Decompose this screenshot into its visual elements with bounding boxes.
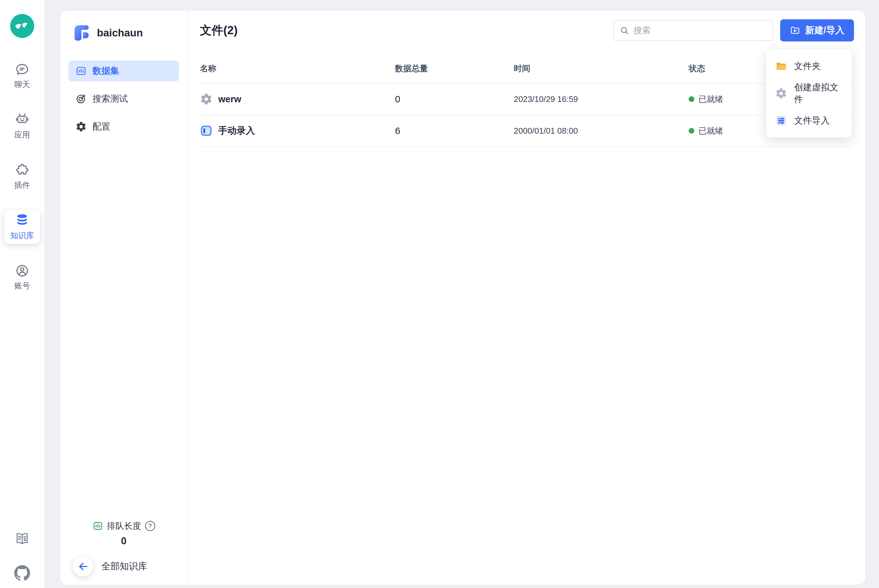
main-card: baichaun 数据集 搜索测试 [60, 10, 866, 585]
teal-bird-logo-icon [10, 14, 34, 38]
kb-menu-item-search-test[interactable]: 搜索测试 [68, 88, 179, 109]
virtual-file-gear-icon [775, 87, 787, 99]
gear-icon [75, 121, 87, 132]
dropdown-item-virtual-file[interactable]: 创建虚拟文件 [766, 80, 852, 107]
create-import-button[interactable]: 新建/导入 [780, 20, 854, 42]
content-area: 文件(2) 新建/导入 [188, 10, 865, 585]
kb-menu: 数据集 搜索测试 配置 [68, 60, 179, 137]
chat-icon [15, 62, 30, 76]
search-input[interactable] [634, 26, 767, 36]
dataset-count: 6 [395, 125, 514, 136]
database-icon [15, 213, 30, 228]
dropdown-item-label: 文件夹 [794, 60, 821, 72]
icon-rail: 聊天 应用 插件 [0, 0, 44, 588]
fastgpt-logo-icon [72, 24, 90, 42]
queue-length-row: 排队长度 ? [68, 520, 179, 532]
rail-item-account[interactable]: 账号 [5, 260, 40, 294]
table-row[interactable]: werw 0 2023/10/29 16:59 已就绪 [200, 84, 854, 115]
kb-menu-label: 配置 [93, 121, 110, 133]
rail-nav: 聊天 应用 插件 [0, 59, 44, 294]
rail-item-label: 插件 [14, 180, 30, 190]
rail-item-plugins[interactable]: 插件 [5, 160, 40, 194]
robot-icon [15, 112, 30, 127]
dropdown-item-file-import[interactable]: 文件导入 [766, 107, 852, 134]
arrow-left-icon [77, 561, 89, 572]
status-label: 已就绪 [699, 94, 723, 105]
kb-sidebar: baichaun 数据集 搜索测试 [60, 10, 188, 585]
rail-item-label: 知识库 [11, 230, 34, 241]
kb-title: baichaun [97, 27, 143, 39]
dataset-name: 手动录入 [218, 124, 255, 137]
search-icon [619, 26, 629, 35]
folder-icon [775, 60, 787, 72]
table-header-row: 名称 数据总量 时间 状态 [200, 53, 854, 84]
app-window: 聊天 应用 插件 [0, 0, 879, 588]
search-box[interactable] [613, 20, 773, 41]
col-header-count: 数据总量 [395, 63, 514, 74]
dataset-icon [75, 65, 87, 76]
target-icon [75, 93, 87, 105]
rail-item-label: 应用 [14, 129, 30, 140]
manual-entry-icon [200, 124, 213, 137]
account-icon [15, 264, 30, 278]
kb-header: baichaun [68, 24, 179, 42]
back-button[interactable] [73, 556, 93, 577]
rail-item-label: 账号 [14, 280, 30, 291]
back-to-all-kb[interactable]: 全部知识库 [68, 556, 179, 577]
create-import-label: 新建/导入 [805, 24, 844, 37]
dropdown-item-folder[interactable]: 文件夹 [766, 52, 852, 80]
rail-item-label: 聊天 [14, 79, 30, 90]
kb-footer: 排队长度 ? 0 全部知识库 [68, 520, 179, 577]
content-header: 文件(2) 新建/导入 [200, 20, 854, 42]
dataset-time: 2000/01/01 08:00 [514, 126, 689, 136]
dropdown-item-label: 文件导入 [794, 115, 829, 127]
virtual-file-gear-icon [200, 93, 213, 105]
help-icon[interactable]: ? [145, 521, 155, 531]
folder-import-icon [790, 25, 801, 36]
dataset-time: 2023/10/29 16:59 [514, 94, 689, 104]
files-table: 名称 数据总量 时间 状态 werw 0 2023/10/29 16:59 [200, 53, 854, 147]
puzzle-icon [15, 163, 30, 177]
back-label: 全部知识库 [101, 560, 147, 573]
queue-length-value: 0 [68, 536, 179, 547]
queue-length-label: 排队长度 [107, 520, 141, 532]
create-import-dropdown: 文件夹 创建虚拟文件 [766, 49, 852, 138]
dataset-count: 0 [395, 94, 514, 105]
table-row[interactable]: 手动录入 6 2000/01/01 08:00 已就绪 [200, 115, 854, 147]
kb-menu-label: 搜索测试 [93, 93, 128, 105]
page-title: 文件(2) [200, 22, 237, 38]
docs-book-icon[interactable] [14, 531, 30, 547]
queue-chart-icon [93, 520, 103, 531]
dataset-name: werw [218, 94, 241, 105]
kb-menu-item-dataset[interactable]: 数据集 [68, 60, 179, 81]
file-import-icon [775, 115, 787, 127]
status-label: 已就绪 [699, 125, 723, 136]
github-icon[interactable] [14, 565, 30, 581]
rail-footer [14, 531, 30, 588]
rail-item-knowledge-base[interactable]: 知识库 [5, 210, 40, 244]
status-ready-dot [689, 128, 694, 134]
kb-menu-label: 数据集 [93, 65, 119, 77]
rail-item-apps[interactable]: 应用 [5, 109, 40, 143]
col-header-name: 名称 [200, 63, 395, 74]
rail-item-chat[interactable]: 聊天 [5, 59, 40, 93]
brand-logo[interactable] [10, 14, 34, 38]
status-ready-dot [689, 96, 694, 102]
col-header-time: 时间 [514, 63, 689, 74]
dropdown-item-label: 创建虚拟文件 [794, 81, 843, 105]
kb-menu-item-config[interactable]: 配置 [68, 116, 179, 137]
